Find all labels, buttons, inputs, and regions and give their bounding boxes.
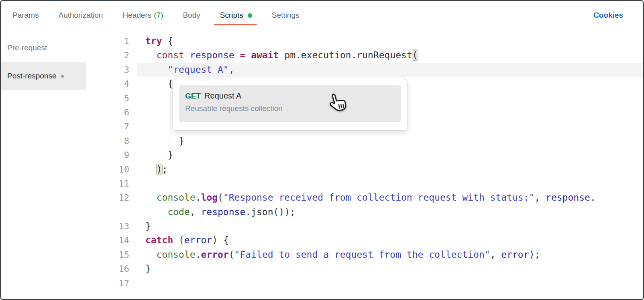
code-token: catch xyxy=(145,235,173,245)
line-number: 12 xyxy=(86,191,137,205)
code-line: 3 "request A", xyxy=(86,63,643,77)
cookies-link[interactable]: Cookies xyxy=(593,11,623,20)
code-text: } xyxy=(137,219,643,233)
request-link-item[interactable]: GETRequest A Reusable requests collectio… xyxy=(179,85,401,122)
code-token: "Response received from collection reque… xyxy=(223,192,534,203)
tab-body[interactable]: Body xyxy=(183,1,200,30)
code-editor[interactable]: 1try {2 const response = await pm.execut… xyxy=(86,30,643,299)
code-token: log xyxy=(201,192,218,203)
code-line: 9 } xyxy=(86,148,643,162)
code-text: } xyxy=(137,134,643,148)
request-link-popup: GETRequest A Reusable requests collectio… xyxy=(172,79,408,131)
indent-guide xyxy=(171,91,171,143)
tab-label: Headers xyxy=(122,11,151,20)
line-number: 13 xyxy=(86,219,137,233)
code-token xyxy=(234,50,240,60)
code-line: 12 console.log("Response received from c… xyxy=(86,191,643,205)
code-line: 13} xyxy=(86,219,643,233)
code-token: , xyxy=(534,192,546,203)
code-token xyxy=(145,50,157,60)
code-token: , xyxy=(490,249,501,260)
code-token: } xyxy=(145,136,184,146)
scripts-status-dot-icon xyxy=(248,13,252,18)
line-number: 4 xyxy=(86,77,137,91)
code-token: { xyxy=(162,36,173,46)
hand-cursor-icon xyxy=(327,92,348,115)
line-number: 9 xyxy=(86,148,137,162)
code-token: pm.execution.runRequest xyxy=(284,50,412,60)
code-token: . xyxy=(196,249,201,260)
tab-authorization[interactable]: Authorization xyxy=(58,1,103,30)
code-token xyxy=(279,50,284,60)
line-number: 2 xyxy=(86,48,137,62)
code-text: code, response.json()); xyxy=(137,205,643,219)
code-line: 17 xyxy=(86,276,643,290)
tab-params[interactable]: Params xyxy=(12,1,39,30)
code-text: catch (error) { xyxy=(137,233,643,247)
request-tab-bar: ParamsAuthorizationHeaders(7)BodyScripts… xyxy=(1,1,643,30)
code-token: } xyxy=(145,221,151,231)
indent-guide xyxy=(148,234,148,248)
code-token: await xyxy=(251,50,279,60)
tab-scripts[interactable]: Scripts xyxy=(220,1,252,30)
code-token: error xyxy=(201,249,229,260)
code-token: , xyxy=(229,64,234,75)
code-token: ; xyxy=(162,164,168,175)
code-token: ) xyxy=(157,164,162,175)
code-token: response xyxy=(190,50,234,60)
code-token: response xyxy=(201,207,245,217)
line-number: 10 xyxy=(86,162,137,177)
code-token: response xyxy=(546,192,590,203)
tab-label: Authorization xyxy=(58,11,103,20)
sidebar-item-post-response[interactable]: Post-response xyxy=(1,62,86,90)
code-token: const xyxy=(157,50,184,60)
line-number: 11 xyxy=(86,177,137,191)
code-token xyxy=(145,164,157,175)
code-line: 11 xyxy=(86,177,643,191)
tab-settings[interactable]: Settings xyxy=(272,1,300,30)
code-token xyxy=(145,192,157,203)
code-token: "Failed to send a request from the colle… xyxy=(234,249,490,260)
code-token: ); xyxy=(529,249,540,260)
tab-headers[interactable]: Headers(7) xyxy=(122,1,163,30)
code-token: { xyxy=(145,78,173,89)
script-type-sidebar: Pre-requestPost-response xyxy=(1,30,86,299)
sidebar-item-label: Post-response xyxy=(7,72,57,80)
code-token: = xyxy=(240,50,245,60)
code-text: console.log("Response received from coll… xyxy=(137,191,643,205)
line-number: 3 xyxy=(86,63,137,77)
code-lines: 1try {2 const response = await pm.execut… xyxy=(86,34,643,290)
code-token xyxy=(145,64,167,75)
code-token: . xyxy=(590,192,596,203)
headers-count-badge: (7) xyxy=(154,11,163,20)
tab-label: Params xyxy=(12,11,39,20)
line-number xyxy=(86,205,137,219)
get-method-badge: GET xyxy=(185,92,201,100)
code-token: error xyxy=(184,235,212,245)
code-line: code, response.json()); xyxy=(86,205,643,219)
sidebar-item-pre-request[interactable]: Pre-request xyxy=(1,34,86,62)
code-line: 8 } xyxy=(86,134,643,148)
code-text: "request A", xyxy=(137,63,643,77)
popup-collection-subtitle: Reusable requests collection xyxy=(185,104,401,113)
code-token: } xyxy=(145,263,151,274)
code-token: "request A" xyxy=(167,64,228,75)
code-token: error xyxy=(501,249,529,260)
code-token: code xyxy=(167,207,190,217)
line-number: 16 xyxy=(86,262,137,276)
line-number: 7 xyxy=(86,119,137,134)
code-line: 15 console.error("Failed to send a reque… xyxy=(86,248,643,262)
code-token: } xyxy=(145,150,173,160)
code-token: .json()); xyxy=(245,207,296,217)
code-text: const response = await pm.execution.runR… xyxy=(137,48,643,62)
code-token: ( xyxy=(173,235,184,245)
tab-list: ParamsAuthorizationHeaders(7)BodyScripts… xyxy=(12,1,319,30)
line-number: 6 xyxy=(86,105,137,119)
sidebar-item-label: Pre-request xyxy=(7,43,47,52)
line-number: 17 xyxy=(86,276,137,290)
line-number: 15 xyxy=(86,248,137,262)
modified-dot-icon xyxy=(61,75,64,78)
code-text xyxy=(137,276,643,290)
code-text: } xyxy=(137,262,643,276)
code-line: 14catch (error) { xyxy=(86,233,643,247)
